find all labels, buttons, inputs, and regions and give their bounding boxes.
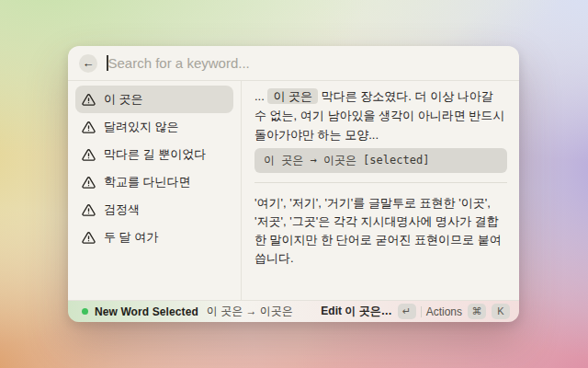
warning-icon [82, 93, 96, 107]
keyword-chip: 이 곳은 [267, 88, 318, 104]
list-item-label: 달려있지 않은 [104, 119, 179, 135]
command-key-icon: ⌘ [468, 304, 486, 319]
list-item[interactable]: 학교를 다닌다면 [75, 168, 233, 196]
list-item[interactable]: 달려있지 않은 [75, 113, 233, 141]
search-bar: ← [68, 46, 519, 81]
warning-icon [82, 231, 96, 245]
edit-action-button[interactable]: Edit 이 곳은… ↵ [321, 304, 415, 319]
list-item[interactable]: 두 달 여가 [75, 224, 233, 251]
actions-label: Actions [426, 305, 462, 318]
list-item-label: 이 곳은 [104, 91, 143, 108]
list-item-label: 막다른 길 뿐이었다 [104, 146, 206, 163]
keyword-list: 이 곳은 달려있지 않은 막다른 길 뿐이었다 학교를 다닌다면 검정색 두 달… [68, 81, 241, 300]
search-field[interactable] [107, 55, 508, 71]
replacement-box: 이 곳은 → 이곳은 [selected] [254, 148, 507, 173]
search-input[interactable] [108, 55, 509, 71]
excerpt-text: ... 이 곳은 막다른 장소였다. 더 이상 나아갈 수 없는, 여기 남아있… [254, 86, 507, 144]
usage-note: '여기', '저기', '거기'를 글말투로 표현한 '이곳', '저곳', '… [254, 194, 507, 268]
footer-separator [421, 306, 422, 317]
status-bar: New Word Selected 이 곳은 → 이곳은 Edit 이 곳은… … [68, 300, 519, 322]
list-item[interactable]: 이 곳은 [75, 86, 233, 113]
main-split: 이 곳은 달려있지 않은 막다른 길 뿐이었다 학교를 다닌다면 검정색 두 달… [68, 81, 519, 300]
list-item-label: 두 달 여가 [104, 229, 158, 246]
left-arrow-icon: ← [83, 57, 95, 69]
enter-key-icon: ↵ [398, 304, 416, 319]
back-button[interactable]: ← [79, 54, 97, 73]
section-divider [254, 182, 507, 183]
status-label: New Word Selected [95, 305, 198, 318]
list-item[interactable]: 검정색 [75, 196, 233, 224]
detail-panel: ... 이 곳은 막다른 장소였다. 더 이상 나아갈 수 없는, 여기 남아있… [242, 81, 519, 300]
search-window: ← 이 곳은 달려있지 않은 막다른 길 뿐이었다 학교를 다닌다면 [68, 46, 519, 322]
status-detail: 이 곳은 → 이곳은 [207, 304, 293, 319]
actions-menu-button[interactable]: Actions ⌘ K [426, 304, 510, 319]
warning-icon [82, 121, 96, 134]
list-item-label: 검정색 [104, 201, 140, 218]
warning-icon [82, 148, 96, 162]
list-item-label: 학교를 다닌다면 [104, 174, 191, 190]
status-dot [82, 308, 88, 315]
list-item[interactable]: 막다른 길 뿐이었다 [75, 141, 233, 168]
k-key-icon: K [492, 304, 510, 319]
edit-action-label: Edit 이 곳은… [321, 304, 391, 319]
excerpt-prefix: ... [254, 89, 265, 103]
warning-icon [82, 203, 96, 217]
warning-icon [82, 176, 96, 190]
